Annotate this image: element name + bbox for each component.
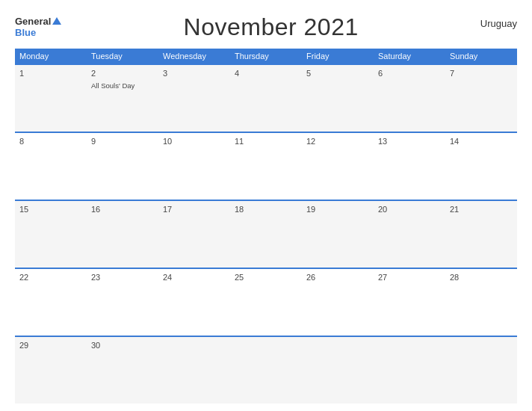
day-cell: 3	[158, 65, 230, 132]
day-cell: 5	[302, 65, 374, 132]
day-number: 18	[235, 205, 297, 214]
day-cell	[445, 337, 517, 404]
week-row: 2930	[15, 336, 517, 404]
day-cell: 15	[15, 201, 87, 268]
day-number: 10	[163, 137, 226, 146]
day-cell: 21	[445, 201, 517, 268]
day-cell: 9	[87, 133, 158, 200]
day-cell: 1	[15, 65, 87, 132]
week-row: 15161718192021	[15, 200, 517, 268]
day-cell: 14	[445, 133, 517, 200]
header: General Blue November 2021 Uruguay	[15, 13, 517, 41]
day-number: 17	[163, 205, 226, 214]
calendar-page: General Blue November 2021 Uruguay Monda…	[0, 0, 532, 411]
day-cell: 4	[230, 65, 302, 132]
day-cell: 12	[302, 133, 374, 200]
day-cell: 7	[445, 65, 517, 132]
day-header: Monday	[15, 49, 87, 64]
day-header: Saturday	[374, 49, 445, 64]
day-cell: 2All Souls' Day	[87, 65, 158, 132]
day-cell: 23	[87, 269, 158, 336]
day-cell: 16	[87, 201, 158, 268]
day-number: 5	[306, 69, 369, 78]
day-number: 20	[378, 205, 441, 214]
day-cell: 8	[15, 133, 87, 200]
day-number: 21	[450, 205, 513, 214]
month-title: November 2021	[184, 13, 359, 41]
logo: General Blue	[15, 16, 61, 38]
day-number: 14	[450, 137, 513, 146]
day-number: 8	[19, 137, 82, 146]
day-cell: 24	[158, 269, 230, 336]
day-headers: MondayTuesdayWednesdayThursdayFridaySatu…	[15, 49, 517, 64]
day-cell: 25	[230, 269, 302, 336]
day-cell: 26	[302, 269, 374, 336]
day-cell	[158, 337, 230, 404]
day-cell: 6	[374, 65, 445, 132]
logo-blue-text: Blue	[15, 28, 61, 38]
day-cell: 27	[374, 269, 445, 336]
day-header: Tuesday	[87, 49, 158, 64]
day-cell: 19	[302, 201, 374, 268]
day-number: 3	[163, 69, 226, 78]
day-cell: 10	[158, 133, 230, 200]
day-cell	[374, 337, 445, 404]
day-number: 22	[19, 273, 82, 282]
day-number: 27	[378, 273, 441, 282]
day-number: 15	[19, 205, 82, 214]
day-number: 24	[163, 273, 226, 282]
week-row: 12All Souls' Day34567	[15, 64, 517, 132]
country-label: Uruguay	[480, 13, 517, 29]
day-number: 26	[306, 273, 369, 282]
day-number: 30	[91, 341, 154, 350]
day-cell: 13	[374, 133, 445, 200]
day-cell: 18	[230, 201, 302, 268]
day-cell: 29	[15, 337, 87, 404]
day-cell: 28	[445, 269, 517, 336]
day-number: 12	[306, 137, 369, 146]
day-cell: 20	[374, 201, 445, 268]
day-number: 16	[91, 205, 154, 214]
day-number: 2	[91, 69, 154, 78]
day-event: All Souls' Day	[91, 81, 134, 90]
day-number: 7	[450, 69, 513, 78]
day-header: Sunday	[445, 49, 517, 64]
day-number: 6	[378, 69, 441, 78]
day-cell: 17	[158, 201, 230, 268]
day-number: 23	[91, 273, 154, 282]
day-number: 13	[378, 137, 441, 146]
week-row: 891011121314	[15, 132, 517, 200]
week-row: 22232425262728	[15, 268, 517, 336]
day-header: Wednesday	[158, 49, 230, 64]
day-number: 4	[235, 69, 297, 78]
day-cell: 11	[230, 133, 302, 200]
day-number: 19	[306, 205, 369, 214]
calendar: MondayTuesdayWednesdayThursdayFridaySatu…	[15, 49, 517, 404]
day-number: 1	[19, 69, 82, 78]
day-number: 9	[91, 137, 154, 146]
logo-general-text: General	[15, 16, 51, 27]
day-number: 29	[19, 341, 82, 350]
day-number: 28	[450, 273, 513, 282]
day-number: 11	[235, 137, 297, 146]
day-cell	[230, 337, 302, 404]
day-number: 25	[235, 273, 297, 282]
day-cell: 22	[15, 269, 87, 336]
day-cell: 30	[87, 337, 158, 404]
weeks: 12All Souls' Day345678910111213141516171…	[15, 64, 517, 404]
logo-triangle-icon	[52, 17, 61, 25]
day-header: Thursday	[230, 49, 302, 64]
day-cell	[302, 337, 374, 404]
day-header: Friday	[302, 49, 374, 64]
